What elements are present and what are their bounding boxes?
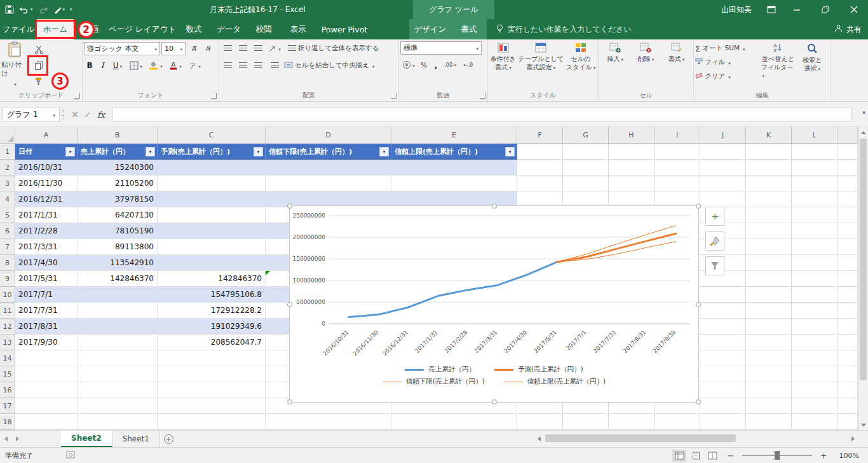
chart-handle-e[interactable]	[696, 302, 701, 307]
undo-icon[interactable]: ▾	[19, 5, 33, 14]
ribbon-tab-data[interactable]: データ	[211, 19, 247, 39]
filter-button[interactable]	[379, 147, 389, 156]
row-header-4[interactable]: 4	[0, 191, 15, 207]
cell-J15[interactable]	[700, 366, 746, 382]
cell-B16[interactable]	[78, 382, 158, 398]
cell-partial-5[interactable]	[837, 207, 858, 223]
autosum-button[interactable]: Σオート SUM	[695, 41, 761, 55]
font-dialog-launcher[interactable]	[211, 93, 217, 99]
cell-partial-3[interactable]	[837, 176, 858, 191]
chart-series-3[interactable]	[557, 226, 676, 262]
cell-K8[interactable]	[746, 255, 792, 271]
select-all-corner[interactable]	[0, 127, 15, 144]
cell-F18[interactable]	[517, 414, 563, 430]
row-header-1[interactable]: 1	[0, 144, 15, 160]
cell-K9[interactable]	[746, 271, 792, 287]
cell-B9[interactable]: 142846370	[78, 271, 158, 287]
legend-item[interactable]: 信頼下限(売上累計（円）)	[383, 377, 485, 386]
column-header-H[interactable]: H	[609, 127, 654, 144]
cell-L11[interactable]	[792, 303, 837, 319]
cell-G18[interactable]	[563, 414, 609, 430]
decrease-decimal-button[interactable]: ←.0	[460, 58, 477, 72]
cell-L1[interactable]	[792, 144, 837, 160]
cell-A15[interactable]	[15, 366, 78, 382]
column-header-G[interactable]: G	[563, 127, 609, 144]
cell-C9[interactable]: 142846370	[158, 271, 266, 287]
cell-B18[interactable]	[78, 414, 158, 430]
horizontal-scroll-thumb[interactable]	[545, 434, 736, 442]
cell-C4[interactable]	[158, 191, 266, 207]
font-color-button[interactable]: A	[166, 59, 184, 73]
clipboard-dialog-launcher[interactable]	[74, 93, 80, 99]
cell-B13[interactable]	[78, 335, 158, 350]
customize-qat-icon[interactable]: ▾	[70, 7, 72, 12]
ribbon-tab-review[interactable]: 校閲	[247, 19, 281, 39]
cell-C7[interactable]	[158, 239, 266, 255]
wrap-text-button[interactable]: 折り返して全体を表示する	[288, 44, 379, 53]
chart-handle-n[interactable]	[492, 204, 497, 209]
number-dialog-launcher[interactable]	[480, 93, 485, 99]
cell-partial-18[interactable]	[837, 414, 858, 430]
filter-button[interactable]	[146, 147, 155, 156]
cell-A1[interactable]: 日付	[15, 144, 78, 160]
cell-F3[interactable]	[517, 176, 563, 191]
page-layout-view-icon[interactable]	[689, 450, 703, 462]
currency-format-button[interactable]	[400, 58, 417, 72]
comma-style-button[interactable]: ,	[431, 58, 441, 72]
cell-L7[interactable]	[792, 239, 837, 255]
cell-K16[interactable]	[746, 382, 792, 398]
cell-C14[interactable]	[158, 350, 266, 366]
column-header-B[interactable]: B	[78, 127, 158, 144]
cell-C1[interactable]: 予測(売上累計（円）)	[158, 144, 266, 160]
number-format-select[interactable]: 標準	[400, 41, 482, 55]
cell-F2[interactable]	[517, 160, 563, 176]
filter-button[interactable]	[65, 147, 75, 156]
ribbon-tab-home[interactable]: ホーム	[37, 19, 74, 39]
vertical-scrollbar[interactable]	[858, 127, 868, 430]
scroll-down-icon[interactable]	[858, 420, 868, 430]
cell-H2[interactable]	[609, 160, 654, 176]
cell-J3[interactable]	[700, 176, 746, 191]
chart-handle-s[interactable]	[492, 399, 497, 404]
cell-A10[interactable]: 2017/7/1	[15, 287, 78, 303]
cell-H3[interactable]	[609, 176, 654, 191]
align-bottom-icon[interactable]	[251, 41, 265, 55]
user-name[interactable]: 山田知美	[721, 4, 752, 15]
cell-G2[interactable]	[563, 160, 609, 176]
fill-color-button[interactable]	[146, 59, 165, 73]
orientation-button[interactable]	[266, 41, 283, 55]
cell-J11[interactable]	[700, 303, 746, 319]
cell-C13[interactable]: 208562047.7	[158, 335, 266, 350]
cell-I1[interactable]	[654, 144, 700, 160]
cell-C6[interactable]	[158, 223, 266, 239]
cell-K3[interactable]	[746, 176, 792, 191]
cell-K14[interactable]	[746, 350, 792, 366]
align-top-icon[interactable]	[220, 41, 234, 55]
cell-partial-15[interactable]	[837, 366, 858, 382]
cell-K12[interactable]	[746, 319, 792, 335]
conditional-formatting-button[interactable]: 条件付き 書式	[491, 41, 516, 73]
cell-I3[interactable]	[654, 176, 700, 191]
chart-series-0[interactable]	[349, 262, 557, 317]
cell-C3[interactable]	[158, 176, 266, 191]
column-header-K[interactable]: K	[746, 127, 792, 144]
cell-K4[interactable]	[746, 191, 792, 207]
formula-input[interactable]	[112, 107, 851, 122]
cell-A12[interactable]: 2017/8/31	[15, 319, 78, 335]
sheet-nav-prev-icon[interactable]	[0, 431, 11, 447]
cell-A5[interactable]: 2017/1/31	[15, 207, 78, 223]
chart-series-1[interactable]	[557, 233, 676, 262]
row-header-16[interactable]: 16	[0, 382, 15, 398]
redo-icon[interactable]	[38, 5, 48, 14]
ribbon-tab-format[interactable]: 書式	[451, 19, 487, 39]
align-center-icon[interactable]	[236, 59, 250, 73]
expand-formula-bar-icon[interactable]: ▾	[862, 109, 865, 116]
page-break-view-icon[interactable]	[705, 450, 719, 462]
font-name-select[interactable]: 游ゴシック 本文	[84, 42, 160, 55]
cell-A4[interactable]: 2016/12/31	[15, 191, 78, 207]
cell-L6[interactable]	[792, 223, 837, 239]
cell-D3[interactable]	[266, 176, 391, 191]
cell-A6[interactable]: 2017/2/28	[15, 223, 78, 239]
cell-K18[interactable]	[746, 414, 792, 430]
paste-button[interactable]: 貼り付け	[1, 41, 28, 88]
